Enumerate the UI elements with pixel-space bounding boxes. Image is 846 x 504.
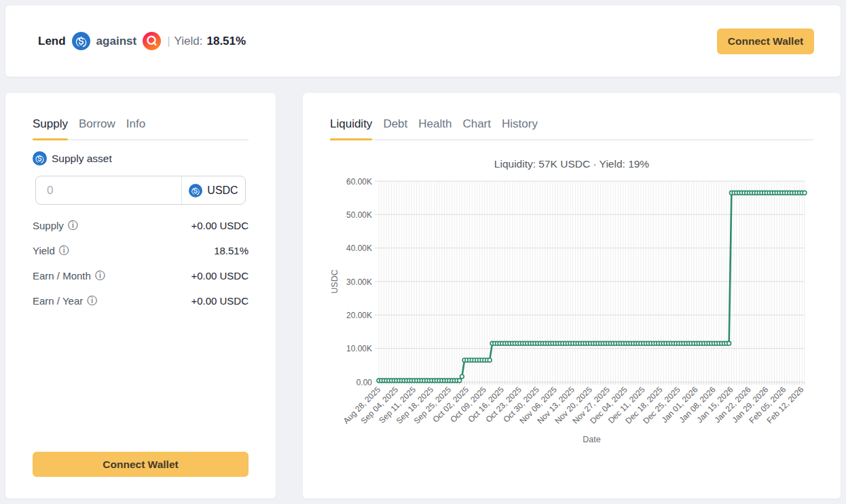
connect-wallet-button[interactable]: Connect Wallet (33, 452, 249, 477)
info-icon[interactable]: ⓘ (59, 246, 69, 256)
y-tick-label: 30.00K (346, 277, 372, 287)
chart-gridlines (375, 181, 805, 385)
supply-info-rows: Supplyⓘ +0.00 USDC Yieldⓘ 18.51% Earn / … (33, 218, 249, 319)
tab-liquidity[interactable]: Liquidity (330, 117, 372, 139)
info-icon[interactable]: ⓘ (95, 271, 105, 281)
usdc-icon (33, 151, 47, 166)
chart-title: Liquidity: 57K USDC · Yield: 19% (494, 158, 650, 170)
supply-panel-tabs: Supply Borrow Info (33, 117, 249, 140)
yield-value: 18.51% (206, 35, 246, 48)
usdc-icon (189, 184, 202, 197)
usdc-icon (72, 32, 90, 50)
supply-row: Supplyⓘ +0.00 USDC (33, 218, 249, 232)
y-axis-labels: 0.0010.00K20.00K30.00K40.00K50.00K60.00K (346, 177, 372, 387)
yield-label: Yield: (174, 35, 203, 48)
tab-health[interactable]: Health (418, 117, 452, 139)
token-selector-label: USDC (207, 185, 238, 197)
x-axis-title: Date (583, 435, 600, 444)
tab-debt[interactable]: Debt (383, 117, 407, 139)
tab-supply[interactable]: Supply (33, 117, 68, 139)
liquidity-line (379, 193, 805, 381)
amount-input-box: USDC (35, 176, 246, 205)
tab-info[interactable]: Info (126, 117, 145, 139)
token-selector[interactable]: USDC (181, 176, 245, 204)
info-icon[interactable]: ⓘ (68, 220, 78, 231)
y-tick-label: 40.00K (346, 244, 372, 253)
chart-panel-tabs: Liquidity Debt Health Chart History (330, 117, 813, 140)
y-tick-label: 0.00 (356, 378, 373, 387)
earn-month-row: Earn / Monthⓘ +0.00 USDC (33, 269, 249, 282)
earn-year-row-label: Earn / Year (33, 295, 83, 307)
tab-history[interactable]: History (502, 117, 538, 139)
separator: | (167, 35, 170, 48)
y-tick-label: 60.00K (346, 177, 372, 187)
liquidity-markers (377, 191, 807, 383)
earn-month-row-value: +0.00 USDC (191, 270, 249, 282)
supply-row-label: Supply (33, 220, 64, 231)
amount-input[interactable] (36, 176, 181, 204)
collateral-token-icon (143, 32, 161, 50)
lend-label: Lend (38, 35, 66, 48)
earn-month-row-label: Earn / Month (33, 270, 91, 282)
liquidity-chart: 0.0010.00K20.00K30.00K40.00K50.00K60.00K… (316, 157, 827, 453)
header-bar: Lend against | Yield: 18.51% Connect Wal… (5, 5, 841, 77)
supply-row-value: +0.00 USDC (191, 220, 249, 231)
y-tick-label: 20.00K (346, 311, 372, 320)
yield-row-value: 18.51% (214, 245, 249, 256)
y-tick-label: 10.00K (346, 344, 372, 353)
against-label: against (96, 35, 137, 48)
info-icon[interactable]: ⓘ (87, 296, 97, 306)
x-axis-labels: Aug 28, 2025Sep 04, 2025Sep 11, 2025Sep … (342, 385, 806, 426)
y-axis-title: USDC (330, 269, 339, 293)
supply-asset-row: Supply asset (33, 151, 112, 166)
tab-borrow[interactable]: Borrow (79, 117, 115, 139)
tab-chart[interactable]: Chart (462, 117, 491, 139)
liquidity-panel: Liquidity Debt Health Chart History 0.00… (303, 93, 841, 499)
supply-asset-label: Supply asset (52, 153, 112, 165)
connect-wallet-button[interactable]: Connect Wallet (717, 28, 814, 54)
supply-panel: Supply Borrow Info Supply asset USDC Sup… (5, 93, 276, 499)
y-tick-label: 50.00K (346, 210, 372, 220)
earn-year-row: Earn / Yearⓘ +0.00 USDC (33, 294, 249, 307)
earn-year-row-value: +0.00 USDC (191, 295, 249, 307)
yield-row: Yieldⓘ 18.51% (33, 244, 249, 257)
market-pair-summary: Lend against | Yield: 18.51% (38, 5, 246, 77)
yield-row-label: Yield (33, 245, 55, 256)
